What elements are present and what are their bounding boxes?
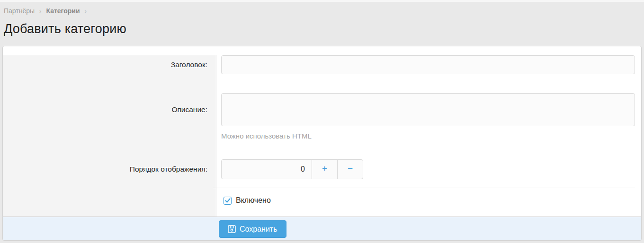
title-field-cell: [216, 55, 641, 74]
save-disk-icon: [228, 225, 236, 233]
form-panel: Заголовок: Описание: Можно использовать …: [2, 46, 642, 241]
save-button[interactable]: Сохранить: [219, 220, 286, 238]
description-textarea[interactable]: [221, 93, 635, 126]
enabled-checkbox[interactable]: [224, 197, 232, 205]
form-row-title: Заголовок:: [3, 55, 641, 74]
description-label: Описание:: [3, 105, 216, 114]
sort-order-label: Порядок отображения:: [3, 165, 216, 174]
page: Партнёры › Категории › Добавить категори…: [0, 0, 644, 243]
page-title: Добавить категорию: [4, 22, 640, 36]
form-body: Заголовок: Описание: Можно использовать …: [3, 55, 641, 217]
breadcrumb-item-categories[interactable]: Категории: [46, 7, 80, 15]
panel-footer: Сохранить: [3, 217, 641, 240]
enabled-label[interactable]: Включено: [236, 196, 271, 205]
decrement-button[interactable]: −: [337, 160, 363, 179]
form-row-description-hint: Можно использовать HTML: [3, 126, 641, 140]
breadcrumb: Партнёры › Категории ›: [4, 6, 640, 16]
hint-cell: Можно использовать HTML: [216, 126, 641, 140]
save-button-label: Сохранить: [240, 225, 277, 234]
form-row-enabled: Включено: [3, 188, 641, 217]
breadcrumb-separator-icon: ›: [39, 8, 41, 15]
increment-button[interactable]: +: [312, 160, 337, 179]
sort-order-input[interactable]: [222, 160, 312, 179]
description-hint: Можно использовать HTML: [221, 132, 635, 140]
form-row-description: Описание:: [3, 93, 641, 126]
checkmark-icon: [225, 198, 231, 203]
page-header: Партнёры › Категории › Добавить категори…: [0, 2, 644, 36]
sort-order-stepper: + −: [221, 159, 363, 179]
sort-order-field-cell: + −: [216, 159, 641, 179]
form-row-sort-order: Порядок отображения: + −: [3, 159, 641, 179]
breadcrumb-separator-icon: ›: [85, 8, 87, 15]
title-label: Заголовок:: [3, 61, 216, 69]
breadcrumb-item-partners[interactable]: Партнёры: [4, 7, 35, 15]
title-input[interactable]: [221, 55, 635, 74]
description-field-cell: [216, 93, 641, 126]
